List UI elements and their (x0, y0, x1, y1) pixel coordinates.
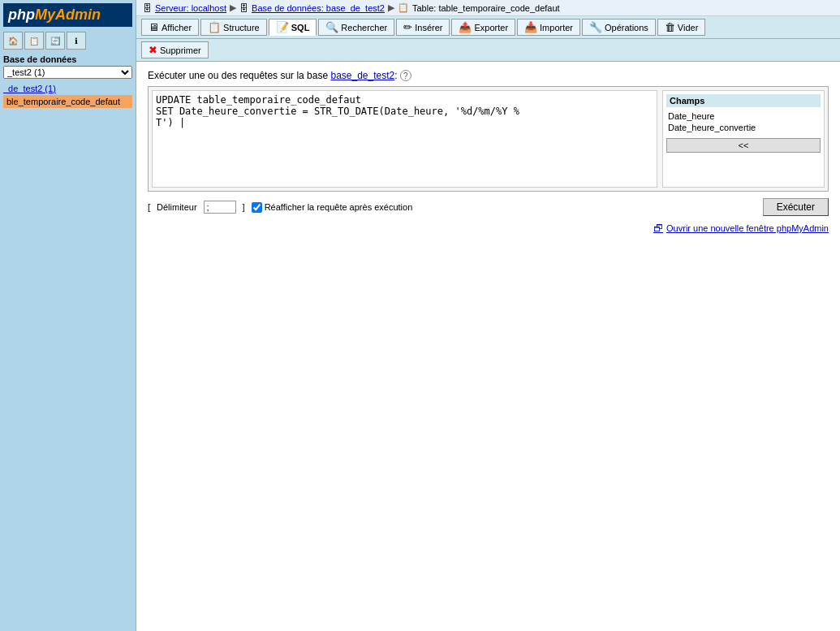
fields-panel-title: Champs (666, 94, 821, 107)
breadcrumb-db-icon: 🗄 (143, 3, 152, 13)
field-item-date-heure-convertie[interactable]: Date_heure_convertie (666, 122, 821, 133)
insert-fields-button[interactable]: << (666, 138, 821, 153)
sidebar-info-button[interactable]: ℹ (67, 32, 86, 50)
field-item-date-heure[interactable]: Date_heure (666, 110, 821, 122)
logo-myadmin: MyAdmin (35, 6, 101, 23)
action-bar: ✖ Supprimer (136, 39, 840, 62)
delimiter-bracket-close: ] (243, 202, 245, 212)
db-select[interactable]: _test2 (1) (3, 66, 132, 79)
db-name-link[interactable]: base_de_test2 (330, 70, 394, 81)
tab-bar: 🖥 Afficher 📋 Structure 📝 SQL 🔍 Recherche… (136, 16, 840, 39)
sidebar-db-link[interactable]: _de_test2 (1) (3, 84, 132, 93)
tab-rechercher[interactable]: 🔍 Rechercher (318, 19, 394, 36)
tab-sql[interactable]: 📝 SQL (269, 19, 317, 36)
vider-icon: 🗑 (665, 21, 675, 33)
breadcrumb-arrow1: ▶ (230, 2, 236, 13)
sql-textarea[interactable]: UPDATE table_temporaire_code_defaut SET … (152, 90, 657, 188)
sidebar-icon-row: 🏠 📋 🔄 ℹ (3, 32, 132, 50)
options-bar: [ Délimiteur ] Réafficher la requête apr… (148, 198, 829, 216)
tab-afficher-label: Afficher (162, 23, 192, 32)
sidebar-list-button[interactable]: 📋 (24, 32, 44, 50)
tab-structure-label: Structure (223, 23, 260, 32)
breadcrumb-server-link[interactable]: Serveur: localhost (155, 3, 226, 13)
tab-sql-label: SQL (291, 23, 310, 32)
breadcrumb-db-icon2: 🗄 (239, 3, 248, 13)
reafficher-checkbox[interactable] (252, 202, 262, 213)
tab-exporter-label: Exporter (474, 23, 508, 32)
fields-list: Date_heure Date_heure_convertie (666, 110, 821, 133)
breadcrumb: 🗄 Serveur: localhost ▶ 🗄 Base de données… (136, 0, 840, 16)
sidebar-table-item[interactable]: ble_temporaire_code_defaut (3, 95, 132, 108)
tab-inserer[interactable]: ✏ Insérer (396, 19, 450, 36)
structure-icon: 📋 (208, 21, 221, 33)
breadcrumb-table-icon: 📋 (398, 2, 409, 13)
rechercher-icon: 🔍 (325, 21, 338, 33)
logo-php: php (8, 6, 35, 23)
help-icon[interactable]: ? (400, 70, 411, 81)
sidebar: phpMyAdmin 🏠 📋 🔄 ℹ Base de données _test… (0, 0, 136, 631)
delimiter-input[interactable] (204, 201, 236, 214)
db-label: Base de données (3, 54, 132, 64)
supprimer-icon: ✖ (149, 44, 157, 56)
sidebar-refresh-button[interactable]: 🔄 (45, 32, 65, 50)
query-section-title: Exécuter une ou des requêtes sur la base… (148, 70, 829, 81)
importer-icon: 📥 (524, 21, 537, 33)
tab-operations[interactable]: 🔧 Opérations (582, 19, 656, 36)
tab-vider[interactable]: 🗑 Vider (657, 19, 705, 36)
new-window-icon: 🗗 (653, 223, 663, 234)
execute-button[interactable]: Exécuter (763, 198, 829, 216)
fields-panel: Champs Date_heure Date_heure_convertie <… (662, 90, 825, 188)
breadcrumb-arrow2: ▶ (388, 2, 394, 13)
new-window-link[interactable]: 🗗 Ouvrir une nouvelle fenêtre phpMyAdmin (148, 223, 829, 234)
tab-exporter[interactable]: 📤 Exporter (451, 19, 515, 36)
supprimer-button[interactable]: ✖ Supprimer (141, 41, 209, 58)
main-panel: Exécuter une ou des requêtes sur la base… (136, 62, 840, 242)
tab-inserer-label: Insérer (415, 23, 442, 32)
breadcrumb-table-label: Table: table_temporaire_code_defaut (412, 3, 560, 13)
content-area: 🗄 Serveur: localhost ▶ 🗄 Base de données… (136, 0, 840, 631)
afficher-icon: 🖥 (149, 21, 159, 33)
tab-afficher[interactable]: 🖥 Afficher (141, 19, 199, 36)
query-box-wrapper: UPDATE table_temporaire_code_defaut SET … (148, 86, 829, 192)
reafficher-label[interactable]: Réafficher la requête après exécution (252, 202, 413, 213)
operations-icon: 🔧 (589, 21, 602, 33)
delimiter-bracket-open: [ (148, 202, 150, 212)
tab-importer-label: Importer (540, 23, 573, 32)
exporter-icon: 📤 (459, 21, 472, 33)
tab-vider-label: Vider (678, 23, 698, 32)
tab-importer[interactable]: 📥 Importer (517, 19, 580, 36)
new-window-label: Ouvrir une nouvelle fenêtre phpMyAdmin (666, 223, 829, 233)
logo: phpMyAdmin (3, 3, 132, 27)
reafficher-text: Réafficher la requête après exécution (265, 202, 413, 212)
tab-structure[interactable]: 📋 Structure (200, 19, 267, 36)
tab-operations-label: Opérations (605, 23, 648, 32)
delimiter-label: Délimiteur (157, 202, 197, 212)
supprimer-label: Supprimer (160, 45, 201, 55)
sql-icon: 📝 (276, 21, 289, 33)
inserer-icon: ✏ (403, 21, 412, 33)
sidebar-home-button[interactable]: 🏠 (3, 32, 23, 50)
tab-rechercher-label: Rechercher (341, 23, 387, 32)
breadcrumb-db-link[interactable]: Base de données: base_de_test2 (252, 3, 385, 13)
